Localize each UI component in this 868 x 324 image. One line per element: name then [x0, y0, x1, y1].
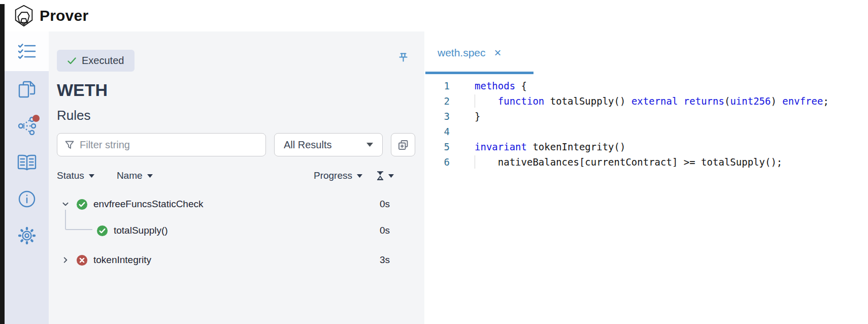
close-tab-icon[interactable]: ×: [494, 47, 502, 59]
line-number: 2: [424, 93, 450, 109]
editor-panel: weth.spec × 1methods {2 function totalSu…: [424, 31, 868, 324]
sort-caret-icon: [357, 174, 362, 178]
rule-duration: 0s: [380, 199, 393, 210]
rule-name: tokenIntegrity: [93, 254, 151, 266]
status-badge: Executed: [57, 50, 135, 72]
tree-connector: [65, 210, 92, 230]
certora-logo-icon: [12, 4, 36, 27]
rules-list-icon: [18, 43, 36, 59]
code-line: 1methods {: [424, 78, 868, 93]
app-window: Prover: [0, 0, 868, 324]
docs-book-icon: [17, 154, 37, 171]
copy-plus-icon: [397, 139, 409, 151]
code-line: 2 function totalSupply() external return…: [424, 93, 868, 109]
editor-tabbar: weth.spec ×: [424, 31, 868, 74]
code-text: function totalSupply() external returns(…: [475, 93, 829, 109]
hourglass-icon: [377, 171, 384, 180]
line-number: 3: [424, 109, 450, 124]
code-text: nativeBalances[currentContract] >= total…: [475, 154, 782, 170]
filter-toolbar: All Results: [57, 133, 424, 156]
sidebar-item-call-graph[interactable]: [5, 108, 49, 144]
chevron-down-icon: [366, 143, 373, 147]
contracts-files-icon: [18, 80, 36, 99]
settings-gear-icon: [18, 226, 36, 245]
rules-panel: Executed WETH Rules All Re: [49, 31, 424, 324]
status-passed-icon: [96, 225, 108, 237]
main-content: Executed WETH Rules All Re: [0, 31, 868, 324]
tab-label: weth.spec: [438, 47, 486, 59]
sidebar-item-rules[interactable]: [5, 31, 49, 71]
code-line: 3}: [424, 109, 868, 124]
code-line: 6 nativeBalances[currentContract] >= tot…: [424, 154, 868, 170]
code-text: methods {: [475, 78, 527, 93]
chevron-right-icon: [61, 256, 70, 264]
icon-sidebar: [5, 31, 49, 324]
check-icon: [68, 57, 76, 64]
expand-toggle[interactable]: [59, 256, 72, 264]
status-badge-label: Executed: [82, 55, 124, 67]
active-tab-indicator: [425, 72, 533, 74]
product-name: Prover: [40, 7, 88, 24]
code-text: invariant tokenIntegrity(): [475, 139, 625, 154]
rule-duration: 0s: [380, 225, 393, 236]
column-status[interactable]: Status: [57, 170, 94, 181]
results-filter-value: All Results: [284, 139, 331, 151]
table-header: Status Name Progress: [57, 170, 424, 181]
column-progress[interactable]: Progress: [314, 170, 362, 181]
table-row[interactable]: tokenIntegrity3s: [57, 247, 424, 273]
sort-caret-icon: [147, 174, 153, 178]
column-duration[interactable]: [377, 171, 394, 180]
pin-icon: [397, 52, 409, 63]
info-icon: [18, 190, 36, 208]
sidebar-item-info[interactable]: [5, 181, 49, 217]
status-passed-icon: [76, 199, 88, 210]
expand-toggle[interactable]: [59, 200, 72, 208]
section-title: Rules: [57, 108, 424, 123]
sort-caret-icon: [89, 174, 94, 178]
rule-name: envfreeFuncsStaticCheck: [93, 199, 204, 210]
pin-button[interactable]: [397, 52, 409, 65]
line-number: 5: [424, 139, 450, 154]
results-filter-select[interactable]: All Results: [274, 133, 383, 156]
window-edge: [0, 4, 5, 324]
filter-input[interactable]: [80, 139, 258, 151]
code-line: 5invariant tokenIntegrity(): [424, 139, 868, 154]
column-status-label: Status: [57, 170, 84, 181]
expand-all-button[interactable]: [391, 133, 415, 156]
sort-caret-icon: [388, 174, 394, 178]
line-number: 4: [424, 124, 450, 139]
code-text: }: [475, 109, 480, 124]
rule-duration: 3s: [380, 254, 393, 266]
page-title: WETH: [57, 80, 424, 100]
sidebar-item-contracts[interactable]: [5, 71, 49, 108]
notification-dot: [32, 115, 40, 122]
filter-input-wrapper: [57, 133, 266, 156]
status-failed-icon: [76, 254, 88, 266]
column-name-label: Name: [117, 170, 143, 181]
tab-weth-spec[interactable]: weth.spec ×: [424, 31, 515, 74]
table-row[interactable]: totalSupply()0s: [57, 218, 424, 243]
sidebar-item-docs[interactable]: [5, 144, 49, 181]
line-number: 1: [424, 78, 450, 93]
code-editor[interactable]: 1methods {2 function totalSupply() exter…: [424, 74, 868, 324]
column-name[interactable]: Name: [117, 170, 153, 181]
sidebar-item-settings[interactable]: [5, 217, 49, 254]
code-line: 4: [424, 124, 868, 139]
line-number: 6: [424, 154, 450, 170]
rules-tree: envfreeFuncsStaticCheck0stotalSupply()0s…: [57, 191, 424, 273]
column-progress-label: Progress: [314, 170, 352, 181]
table-row[interactable]: envfreeFuncsStaticCheck0s: [57, 191, 424, 217]
funnel-icon: [65, 141, 74, 149]
app-header: Prover: [0, 0, 868, 31]
rule-name: totalSupply(): [114, 225, 168, 236]
chevron-down-icon: [61, 200, 70, 208]
